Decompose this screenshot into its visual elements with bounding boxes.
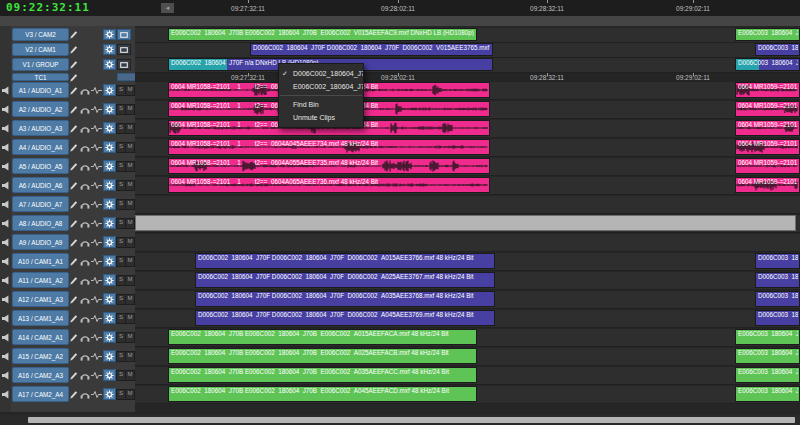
speaker-icon[interactable] <box>1 101 11 118</box>
speaker-icon[interactable] <box>1 386 11 403</box>
track-label-V2[interactable]: V2 / CAM1 <box>12 43 69 56</box>
speaker-icon[interactable] <box>1 234 11 251</box>
clip-A14-right[interactable]: E006C003_180604_J7 <box>735 329 800 345</box>
mute-button[interactable]: M <box>125 142 135 153</box>
pencil-icon[interactable] <box>69 272 78 289</box>
pencil-icon[interactable] <box>69 215 78 232</box>
audio-patch-icon[interactable] <box>91 158 102 175</box>
gear-icon[interactable] <box>103 84 116 96</box>
mute-button[interactable]: M <box>125 85 135 96</box>
audio-patch-icon[interactable] <box>91 310 102 327</box>
gear-icon[interactable] <box>103 274 116 286</box>
headphones-icon[interactable] <box>80 310 90 327</box>
clip-A11-right[interactable]: D006C003_18 <box>755 272 800 288</box>
mute-button[interactable]: M <box>125 180 135 191</box>
mute-button[interactable]: M <box>125 161 135 172</box>
clip-A4-right[interactable]: 0604 MR1059-=2101 <box>735 139 800 155</box>
track-label-A15[interactable]: A15 / CAM2_A2 <box>12 348 69 364</box>
clip-V3-right[interactable]: E006C003_180604_J7 <box>735 28 800 41</box>
speaker-icon[interactable] <box>1 139 11 156</box>
pencil-icon[interactable] <box>69 28 78 42</box>
audio-patch-icon[interactable] <box>91 367 102 384</box>
audio-patch-icon[interactable] <box>91 215 102 232</box>
pencil-icon[interactable] <box>69 43 78 57</box>
pencil-icon[interactable] <box>69 158 78 175</box>
headphones-icon[interactable] <box>80 291 90 308</box>
scrollbar-thumb[interactable] <box>28 417 795 423</box>
pencil-icon[interactable] <box>69 291 78 308</box>
headphones-icon[interactable] <box>80 348 90 365</box>
pencil-icon[interactable] <box>69 253 78 270</box>
clip-A10-left[interactable]: D006C002_180604_J70F D006C002_180604_J70… <box>195 253 495 269</box>
gear-icon[interactable] <box>103 255 116 267</box>
clip-A3-right[interactable]: 0604 MR1059-=2101 <box>735 120 800 136</box>
audio-patch-icon[interactable] <box>91 291 102 308</box>
headphones-icon[interactable] <box>80 139 90 156</box>
clip-A8-left[interactable] <box>135 215 796 231</box>
clip-A13-right[interactable]: D006C003_18 <box>755 310 800 326</box>
menu-item-unmute-clips[interactable]: Unmute Clips <box>279 111 363 124</box>
track-label-A2[interactable]: A2 / AUDIO_A2 <box>12 101 69 117</box>
speaker-icon[interactable] <box>1 82 11 99</box>
track-label-A16[interactable]: A16 / CAM2_A3 <box>12 367 69 383</box>
track-label-A3[interactable]: A3 / AUDIO_A3 <box>12 120 69 136</box>
menu-item-clip[interactable]: E006C002_180604_J70B <box>279 80 363 93</box>
pencil-icon[interactable] <box>69 139 78 156</box>
mute-button[interactable]: M <box>125 351 135 362</box>
mute-button[interactable]: M <box>125 294 135 305</box>
clip-A5-left[interactable]: 0604 MR1058-=2101__1____t2==_0604A055AEE… <box>168 158 490 174</box>
mute-button[interactable]: M <box>125 275 135 286</box>
mute-button[interactable]: M <box>125 370 135 381</box>
gear-icon[interactable] <box>103 29 116 40</box>
gear-icon[interactable] <box>103 198 116 210</box>
headphones-icon[interactable] <box>80 386 90 403</box>
speaker-icon[interactable] <box>1 329 11 346</box>
track-label-A12[interactable]: A12 / CAM1_A3 <box>12 291 69 307</box>
audio-patch-icon[interactable] <box>91 329 102 346</box>
audio-patch-icon[interactable] <box>91 139 102 156</box>
mute-button[interactable]: M <box>125 256 135 267</box>
pencil-icon[interactable] <box>69 234 78 251</box>
gear-icon[interactable] <box>103 350 116 362</box>
pencil-icon[interactable] <box>69 386 78 403</box>
speaker-icon[interactable] <box>1 215 11 232</box>
clip-A12-right[interactable]: D006C003_18 <box>755 291 800 307</box>
speaker-icon[interactable] <box>1 253 11 270</box>
audio-patch-icon[interactable] <box>91 386 102 403</box>
menu-item-clip[interactable]: ✓D006C002_180604_J70F <box>279 67 363 80</box>
headphones-icon[interactable] <box>80 215 90 232</box>
headphones-icon[interactable] <box>80 101 90 118</box>
timeline-area[interactable]: 09:27:32:1109:28:02:1109:28:32:1109:29:0… <box>135 26 800 412</box>
audio-patch-icon[interactable] <box>91 177 102 194</box>
gear-icon[interactable] <box>103 217 116 229</box>
speaker-icon[interactable] <box>1 196 11 213</box>
monitor-icon[interactable] <box>117 59 131 70</box>
audio-patch-icon[interactable] <box>91 196 102 213</box>
gear-icon[interactable] <box>103 103 116 115</box>
speaker-icon[interactable] <box>1 310 11 327</box>
track-label-A5[interactable]: A5 / AUDIO_A5 <box>12 158 69 174</box>
speaker-icon[interactable] <box>1 291 11 308</box>
clip-A2-right[interactable]: 0604 MR1059-=2101 <box>735 101 800 117</box>
clip-A16-left[interactable]: E006C002_180604_J70B E006C002_180604_J70… <box>168 367 477 383</box>
clip-A1-right[interactable]: 0604 MR1059-=2101 <box>735 82 800 98</box>
monitor-icon[interactable] <box>117 29 131 40</box>
clip-A10-right[interactable]: D006C003_18 <box>755 253 800 269</box>
mute-button[interactable]: M <box>125 389 135 400</box>
track-label-A4[interactable]: A4 / AUDIO_A4 <box>12 139 69 155</box>
clip-V3-left[interactable]: E006C002_180604_J70B E006C002_180604_J70… <box>168 28 477 41</box>
speaker-icon[interactable] <box>1 367 11 384</box>
audio-patch-icon[interactable] <box>91 272 102 289</box>
headphones-icon[interactable] <box>80 272 90 289</box>
headphones-icon[interactable] <box>80 367 90 384</box>
mute-button[interactable]: M <box>125 313 135 324</box>
track-label-A13[interactable]: A13 / CAM1_A4 <box>12 310 69 326</box>
mute-button[interactable]: M <box>125 218 135 229</box>
clip-A11-left[interactable]: D006C002_180604_J70F D006C002_180604_J70… <box>195 272 495 288</box>
monitor-icon[interactable] <box>117 44 131 55</box>
mute-button[interactable]: M <box>125 199 135 210</box>
speaker-icon[interactable] <box>1 272 11 289</box>
pencil-icon[interactable] <box>69 120 78 137</box>
clip-A17-right[interactable]: E006C003_180604_J7 <box>735 386 800 402</box>
pencil-icon[interactable] <box>69 329 78 346</box>
